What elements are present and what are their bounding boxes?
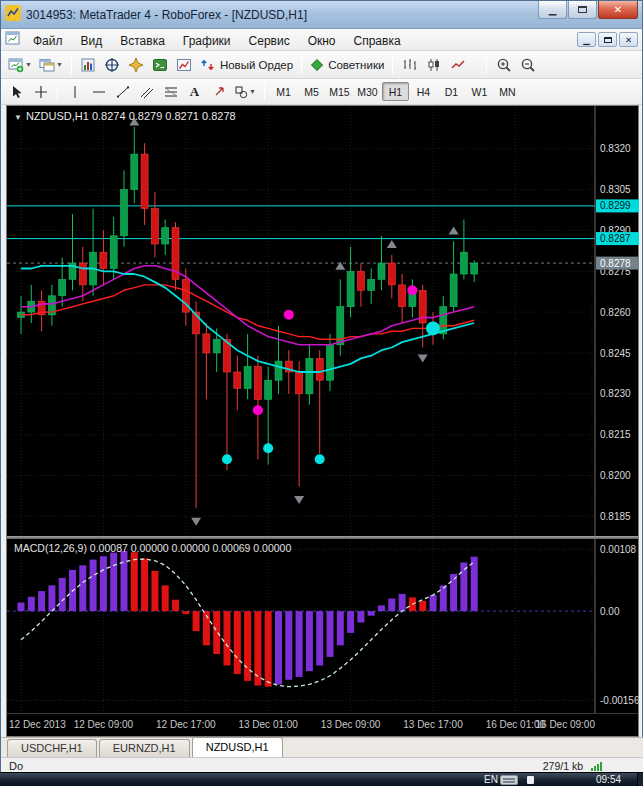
timeframe-button-mn[interactable]: MN — [494, 82, 521, 101]
new-chart-button[interactable]: ▼ — [5, 54, 35, 76]
window-title: 3014953: MetaTrader 4 - RoboForex - [NZD… — [26, 8, 307, 22]
one-click-trading-icon[interactable]: ▼ — [14, 113, 22, 122]
menu-item-help[interactable]: Справка — [345, 32, 410, 50]
shapes-button[interactable]: ▼ — [231, 81, 259, 103]
ma-cyan-line — [21, 266, 474, 372]
timeframe-button-h4[interactable]: H4 — [410, 82, 437, 101]
show-desktop-button[interactable] — [637, 773, 643, 786]
line-studies-toolbar: A ▼ M1M5M15M30H1H4D1W1MN — [1, 79, 642, 105]
text-label-icon: A — [190, 84, 199, 100]
timeframe-button-h1[interactable]: H1 — [382, 82, 409, 101]
maximize-button[interactable] — [568, 1, 597, 19]
expert-advisors-button[interactable]: Советники — [307, 54, 387, 76]
expert-advisors-label: Советники — [328, 59, 384, 71]
mdi-restore-icon — [604, 37, 612, 43]
chart-tab-usdchf-h1[interactable]: USDCHF,H1 — [7, 739, 97, 757]
metatrader-window: 3014953: MetaTrader 4 - RoboForex - [NZD… — [0, 0, 643, 772]
svg-text:0.00: 0.00 — [600, 606, 620, 617]
strategy-tester-button[interactable] — [173, 54, 196, 76]
new-order-button[interactable]: Новый Ордер — [197, 54, 296, 76]
time-axis-label: 13 Dec 01:00 — [238, 719, 298, 730]
svg-text:0.8245: 0.8245 — [600, 348, 631, 359]
zoom-out-button[interactable] — [516, 54, 539, 76]
market-watch-button[interactable] — [77, 54, 100, 76]
timeframe-button-w1[interactable]: W1 — [466, 82, 493, 101]
macd-indicator-canvas[interactable]: 0.001080.00-0.00156 — [7, 539, 640, 713]
chart-tabs-bar: USDCHF,H1EURNZD,H1NZDUSD,H1 — [1, 737, 643, 757]
chart-area[interactable]: 0.83200.83050.82900.82750.82600.82450.82… — [6, 105, 639, 737]
action-center-icon[interactable] — [527, 776, 534, 784]
ter minal-button[interactable] — [149, 54, 172, 76]
toolbar-separator — [486, 56, 487, 74]
menu-item-window[interactable]: Окно — [299, 32, 345, 50]
macd-values-readout: MACD(12,26,9) 0.00087 0.00000 0.00000 0.… — [14, 542, 291, 554]
svg-text:0.8287: 0.8287 — [600, 233, 631, 244]
symbol-ohlc-readout: ▼NZDUSD,H1 0.8274 0.8279 0.8271 0.8278 — [14, 110, 236, 122]
svg-text:0.8200: 0.8200 — [600, 470, 631, 481]
navigator-button[interactable] — [125, 54, 148, 76]
svg-text:-0.00156: -0.00156 — [600, 695, 640, 706]
chart-tab-eurnzd-h1[interactable]: EURNZD,H1 — [99, 739, 190, 757]
chart-tab-nzdusd-h1[interactable]: NZDUSD,H1 — [192, 737, 283, 757]
time-axis[interactable]: 12 Dec 201312 Dec 09:0012 Dec 17:0013 De… — [7, 713, 638, 736]
taskbar-clock[interactable]: 09:54 — [596, 774, 621, 785]
minimize-button[interactable]: ▁ — [538, 1, 567, 19]
ma-magenta-line — [21, 266, 474, 345]
mdi-close-button[interactable]: ✕ — [619, 32, 638, 47]
timeframe-button-m15[interactable]: M15 — [326, 82, 353, 101]
arrows-tool-button[interactable] — [207, 81, 230, 103]
horizontal-line-button[interactable] — [87, 81, 110, 103]
mdi-minimize-button[interactable]: ▁ — [577, 32, 596, 47]
timeframe-button-m1[interactable]: M1 — [270, 82, 297, 101]
zoom-in-button[interactable] — [492, 54, 515, 76]
connection-traffic: 279/1 kb — [543, 760, 583, 772]
svg-text:0.8230: 0.8230 — [600, 388, 631, 399]
keyboard-layout-icon[interactable] — [500, 775, 518, 785]
data-window-button[interactable] — [101, 54, 124, 76]
menu-item-charts[interactable]: Графики — [174, 32, 240, 50]
close-button[interactable]: ✕ — [598, 1, 638, 19]
windows-taskbar: EN 09:54 — [0, 772, 643, 786]
toolbar-separator — [301, 56, 302, 74]
price-chart-canvas[interactable]: 0.83200.83050.82900.82750.82600.82450.82… — [7, 106, 640, 536]
chart-window-icon — [5, 31, 20, 49]
candlestick-chart-button[interactable] — [422, 54, 445, 76]
app-icon — [5, 5, 21, 25]
bar-chart-button[interactable] — [398, 54, 421, 76]
svg-text:0.8260: 0.8260 — [600, 307, 631, 318]
menu-item-insert[interactable]: Вставка — [111, 32, 174, 50]
toolbar-separator — [392, 56, 393, 74]
equidistant-channel-button[interactable] — [135, 81, 158, 103]
svg-text:0.00108: 0.00108 — [600, 544, 637, 555]
macd-axis: 0.001080.00-0.00156 — [595, 539, 640, 713]
trendline-button[interactable] — [111, 81, 134, 103]
vertical-line-button[interactable] — [63, 81, 86, 103]
profiles-button[interactable]: ▼ — [36, 54, 66, 76]
toolbar-separator — [71, 56, 72, 74]
toolbar-separator — [264, 83, 265, 101]
crosshair-button[interactable] — [29, 81, 52, 103]
timeframe-button-m5[interactable]: M5 — [298, 82, 325, 101]
svg-text:0.8305: 0.8305 — [600, 184, 631, 195]
chevron-down-icon: ▼ — [249, 88, 256, 95]
chevron-down-icon: ▼ — [56, 61, 63, 68]
price-axis: 0.83200.83050.82900.82750.82600.82450.82… — [595, 106, 639, 536]
menu-bar: ФайлВидВставкаГрафикиСервисОкноСправка ▁… — [1, 29, 642, 51]
candles-layer — [18, 127, 478, 508]
timeframe-button-d1[interactable]: D1 — [438, 82, 465, 101]
cursor-button[interactable] — [5, 81, 28, 103]
new-order-label: Новый Ордер — [220, 59, 293, 71]
timeframe-button-m30[interactable]: M30 — [354, 82, 381, 101]
menu-item-file[interactable]: Файл — [24, 32, 72, 50]
svg-text:0.8215: 0.8215 — [600, 429, 631, 440]
mdi-restore-button[interactable] — [598, 32, 617, 47]
language-indicator[interactable]: EN — [484, 774, 498, 785]
connection-signal-icon — [591, 761, 602, 771]
menu-item-view[interactable]: Вид — [72, 32, 112, 50]
time-axis-label: 16 Dec 09:00 — [536, 719, 596, 730]
standard-toolbar: ▼ ▼ Новый Ордер Советники — [1, 51, 642, 79]
text-label-button[interactable]: A — [183, 81, 206, 103]
fibonacci-button[interactable] — [159, 81, 182, 103]
menu-item-service[interactable]: Сервис — [240, 32, 299, 50]
line-chart-button[interactable] — [446, 54, 469, 76]
